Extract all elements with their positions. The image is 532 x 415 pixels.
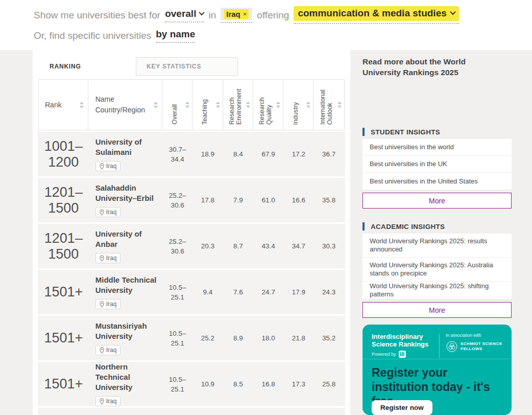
remove-filter-icon[interactable]: × bbox=[243, 10, 247, 18]
overall-cell: 10.5–25.1 bbox=[162, 362, 192, 406]
rank-cell: 1501+ bbox=[39, 270, 88, 314]
country-chip[interactable]: Iraq bbox=[95, 299, 121, 309]
teaching-cell: 25.2 bbox=[192, 316, 223, 360]
map-pin-icon bbox=[100, 398, 104, 405]
table-body: 1001–1200 University of Sulaimani Iraq 3… bbox=[38, 132, 345, 415]
map-pin-icon bbox=[100, 301, 104, 308]
sort-icon[interactable] bbox=[246, 102, 250, 108]
name-cell: Salahaddin University–Erbil Iraq bbox=[88, 178, 163, 222]
list-item[interactable]: Best universities in the UK bbox=[362, 156, 512, 173]
sort-icon[interactable] bbox=[216, 102, 220, 108]
name-cell: University of Anbar Iraq bbox=[88, 224, 163, 268]
query-line-2: Or, find specific universities by name bbox=[34, 29, 195, 43]
sort-icon[interactable] bbox=[337, 102, 342, 108]
rank-header-label: Rank bbox=[45, 101, 62, 109]
column-header-rank[interactable]: Rank bbox=[39, 80, 88, 130]
list-item[interactable]: World University Rankings 2025: shifting… bbox=[362, 282, 512, 299]
rankings-card: RANKING KEY STATISTICS Rank Name Country… bbox=[33, 50, 350, 415]
industry-cell: 21.8 bbox=[283, 316, 313, 360]
location-chip-box: Iraq × bbox=[221, 8, 252, 20]
research-environment-cell: 8.9 bbox=[223, 316, 253, 360]
country-label: Iraq bbox=[106, 255, 117, 262]
research-environment-cell: 7.9 bbox=[223, 178, 253, 222]
column-header-name[interactable]: Name Country/Region bbox=[88, 80, 163, 130]
international-outlook-cell: 36.7 bbox=[313, 132, 344, 176]
column-header-research-environment[interactable]: Research Environment bbox=[223, 80, 253, 130]
list-item[interactable]: World University Rankings 2025: results … bbox=[362, 234, 512, 258]
university-name-link[interactable]: Salahaddin University–Erbil bbox=[95, 183, 158, 203]
research-quality-cell: 24.7 bbox=[253, 270, 284, 314]
chevron-down-icon bbox=[450, 9, 455, 15]
teaching-cell: 20.3 bbox=[192, 224, 223, 268]
student-insights-list: Best universities in the world Best univ… bbox=[362, 139, 512, 190]
country-chip[interactable]: Iraq bbox=[95, 207, 121, 217]
teaching-cell: 10.9 bbox=[192, 362, 223, 406]
list-item[interactable]: Best universities in the world bbox=[362, 139, 512, 156]
name-cell: Northern Technical University Iraq bbox=[88, 362, 163, 406]
sort-icon[interactable] bbox=[80, 102, 84, 108]
teaching-cell: 17.8 bbox=[192, 178, 223, 222]
international-outlook-cell: 24.3 bbox=[313, 270, 344, 314]
register-now-button[interactable]: Register now bbox=[372, 400, 432, 415]
section-header-student-insights: STUDENT INSIGHTS bbox=[362, 128, 440, 136]
best-for-dropdown[interactable]: overall bbox=[165, 8, 204, 22]
list-item[interactable]: Best universities in the United States bbox=[362, 173, 512, 190]
tab-ranking[interactable]: RANKING bbox=[38, 57, 135, 76]
in-label: in bbox=[208, 10, 216, 21]
country-chip[interactable]: Iraq bbox=[95, 345, 121, 355]
overall-cell: 10.5–25.1 bbox=[162, 316, 192, 360]
university-name-link[interactable]: Middle Technical University bbox=[95, 275, 158, 295]
research-environment-header-label: Research Environment bbox=[228, 80, 243, 125]
name-cell: Middle Technical University Iraq bbox=[88, 270, 163, 314]
research-environment-cell: 8.5 bbox=[223, 362, 253, 406]
teaching-header-label: Teaching bbox=[201, 99, 208, 125]
banner-divider bbox=[439, 334, 440, 358]
international-outlook-cell: 25.8 bbox=[313, 362, 344, 406]
university-name-link[interactable]: Mustansiriyah University bbox=[95, 321, 158, 341]
column-header-industry[interactable]: Industry bbox=[283, 80, 313, 130]
academic-insights-more-button[interactable]: More bbox=[362, 302, 512, 318]
industry-cell: 16.6 bbox=[283, 178, 313, 222]
industry-cell: 17.3 bbox=[283, 362, 313, 406]
promo-banner[interactable]: Interdisciplinary Science Rankings Power… bbox=[362, 325, 512, 415]
subject-dropdown[interactable]: communication & media studies bbox=[294, 6, 458, 24]
sort-icon[interactable] bbox=[306, 102, 310, 108]
table-row: 1501+ Mustansiriyah University Iraq 10.5… bbox=[38, 316, 345, 360]
research-environment-cell: 8.7 bbox=[223, 224, 253, 268]
sort-icon[interactable] bbox=[276, 102, 280, 108]
international-outlook-header-label: International Outlook bbox=[319, 80, 333, 125]
sort-icon[interactable] bbox=[185, 102, 189, 108]
column-header-research-quality[interactable]: Research Quality bbox=[253, 80, 284, 130]
column-header-international-outlook[interactable]: International Outlook bbox=[313, 80, 344, 130]
university-name-link[interactable]: University of Anbar bbox=[95, 229, 158, 249]
by-name-link[interactable]: by name bbox=[156, 29, 195, 43]
rank-cell: 1501+ bbox=[39, 362, 88, 406]
university-name-link[interactable]: University of Sulaimani bbox=[95, 137, 158, 157]
list-item[interactable]: World University Rankings 2025: Australi… bbox=[362, 258, 512, 282]
location-filter-chip[interactable]: Iraq × bbox=[221, 8, 252, 23]
country-label: Iraq bbox=[106, 209, 117, 216]
section-accent-bar bbox=[362, 128, 365, 136]
column-header-teaching[interactable]: Teaching bbox=[192, 80, 223, 130]
international-outlook-cell: 35.8 bbox=[313, 178, 344, 222]
table-row: 1501+ Northern Technical University Iraq… bbox=[38, 362, 345, 406]
university-name-link[interactable]: Northern Technical University bbox=[95, 362, 158, 393]
partner-name: SCHMIDT SCIENCE FELLOWS bbox=[461, 341, 504, 352]
rank-cell: 1201–1500 bbox=[39, 224, 88, 268]
industry-header-label: Industry bbox=[292, 102, 299, 125]
column-header-overall[interactable]: Overall bbox=[162, 80, 192, 130]
country-chip[interactable]: Iraq bbox=[95, 253, 121, 263]
country-chip[interactable]: Iraq bbox=[95, 161, 121, 171]
country-chip[interactable]: Iraq bbox=[95, 396, 121, 406]
sidebar-heading: Read more about the World University Ran… bbox=[362, 56, 505, 78]
research-environment-cell: 7.6 bbox=[223, 270, 253, 314]
student-insights-more-button[interactable]: More bbox=[362, 193, 512, 209]
table-header: Rank Name Country/Region Overall Teachin… bbox=[38, 79, 345, 130]
powered-by-label: Powered by bbox=[372, 352, 396, 357]
sort-icon[interactable] bbox=[154, 102, 158, 108]
name-cell: University of Sulaimani Iraq bbox=[88, 132, 163, 176]
subject-highlight: communication & media studies bbox=[294, 6, 458, 21]
find-universities-label: Or, find specific universities bbox=[34, 30, 151, 41]
tab-key-statistics[interactable]: KEY STATISTICS bbox=[136, 57, 238, 76]
country-label: Iraq bbox=[106, 398, 117, 405]
